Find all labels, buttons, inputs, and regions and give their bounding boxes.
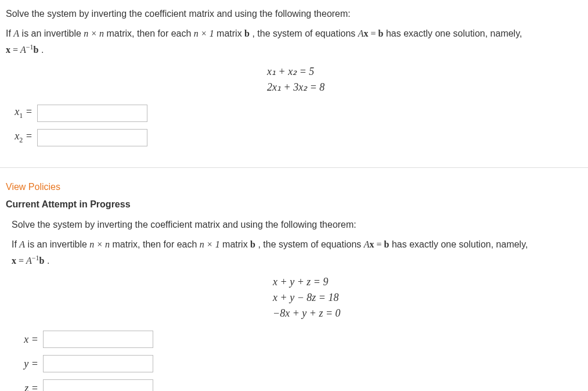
- answer-label-x1: x1 =: [12, 106, 37, 120]
- eq-2: x + y − 8z = 18: [273, 290, 576, 306]
- theorem-text: has exactly one solution, namely,: [383, 28, 522, 38]
- answer-row-y: y =: [17, 355, 576, 372]
- eq-1: x₁ + x₂ = 5: [267, 64, 582, 80]
- problem-2-section: View Policies Current Attempt in Progres…: [0, 167, 588, 391]
- answer-row-x1: x1 =: [12, 105, 582, 122]
- theorem-text: is an invertible: [19, 28, 84, 38]
- theorem-sol-x: x: [6, 45, 10, 55]
- problem-1-theorem: If A is an invertible n × n matrix, then…: [6, 26, 582, 58]
- theorem-text: If: [12, 239, 19, 249]
- theorem-nx1: n × 1: [200, 239, 220, 249]
- theorem-text: matrix: [214, 28, 244, 38]
- theorem-text: matrix, then for each: [104, 28, 194, 38]
- answer-label-y: y =: [17, 358, 43, 370]
- answer-label-x: x =: [17, 333, 43, 346]
- theorem-text: matrix, then for each: [110, 239, 200, 249]
- theorem-A: A: [13, 28, 19, 38]
- eq-3: −8x + y + z = 0: [273, 306, 576, 321]
- answer-eq: =: [23, 130, 33, 142]
- theorem-sol-b: b: [39, 256, 45, 266]
- problem-1-equations: x₁ + x₂ = 5 2x₁ + 3x₂ = 8: [6, 64, 582, 95]
- theorem-text: , the system of equations: [255, 239, 364, 249]
- answer-input-x[interactable]: [43, 331, 153, 348]
- theorem-sol-eq: =: [16, 256, 26, 266]
- theorem-sol-x: x: [12, 256, 16, 266]
- theorem-text: is an invertible: [25, 239, 89, 249]
- problem-1-prompt: Solve the system by inverting the coeffi…: [6, 7, 582, 21]
- theorem-A: A: [19, 239, 25, 249]
- theorem-text: If: [6, 28, 13, 38]
- problem-2-theorem: If A is an invertible n × n matrix, then…: [12, 236, 576, 269]
- eq-1: x + y + z = 9: [273, 274, 576, 290]
- theorem-text: matrix: [220, 239, 250, 249]
- theorem-nxn: n × n: [89, 239, 110, 249]
- answer-input-y[interactable]: [43, 355, 153, 372]
- answer-input-z[interactable]: [43, 379, 153, 391]
- theorem-nxn: n × n: [84, 28, 104, 38]
- theorem-eq: =: [369, 28, 378, 38]
- answer-input-x1[interactable]: [37, 105, 147, 122]
- theorem-sol-dot: .: [45, 256, 50, 266]
- problem-1: Solve the system by inverting the coeffi…: [0, 0, 588, 163]
- theorem-text: has exactly one solution, namely,: [389, 239, 528, 249]
- theorem-x: x: [364, 28, 369, 38]
- answer-eq: =: [23, 106, 33, 117]
- problem-2-equations: x + y + z = 9 x + y − 8z = 18 −8x + y + …: [12, 274, 576, 321]
- theorem-sol-dot: .: [39, 45, 44, 55]
- theorem-nx1: n × 1: [194, 28, 214, 38]
- view-policies-link[interactable]: View Policies: [6, 182, 582, 192]
- problem-2-prompt: Solve the system by inverting the coeffi…: [12, 218, 576, 232]
- theorem-sol-exp: −1: [32, 254, 39, 262]
- theorem-b: b: [250, 239, 255, 249]
- answer-label-x2: x2 =: [12, 130, 37, 145]
- theorem-sol-A: A: [26, 256, 32, 266]
- attempt-title: Current Attempt in Progress: [6, 199, 582, 210]
- problem-2: Solve the system by inverting the coeffi…: [6, 218, 582, 391]
- theorem-x: x: [370, 239, 374, 249]
- theorem-Ax: A: [358, 28, 364, 38]
- theorem-sol-exp: −1: [26, 43, 34, 51]
- answer-row-x2: x2 =: [12, 129, 582, 146]
- answer-input-x2[interactable]: [37, 129, 147, 146]
- theorem-eq: =: [374, 239, 384, 249]
- answer-row-x: x =: [17, 331, 576, 348]
- theorem-Ax: A: [364, 239, 370, 249]
- theorem-sol-A: A: [20, 45, 26, 55]
- theorem-text: , the system of equations: [250, 28, 358, 38]
- theorem-sol-b: b: [34, 45, 39, 55]
- theorem-sol-eq: =: [10, 45, 20, 55]
- theorem-b: b: [244, 28, 250, 38]
- answer-row-z: z =: [17, 379, 576, 391]
- eq-2: 2x₁ + 3x₂ = 8: [267, 80, 582, 95]
- answer-label-z: z =: [17, 382, 43, 391]
